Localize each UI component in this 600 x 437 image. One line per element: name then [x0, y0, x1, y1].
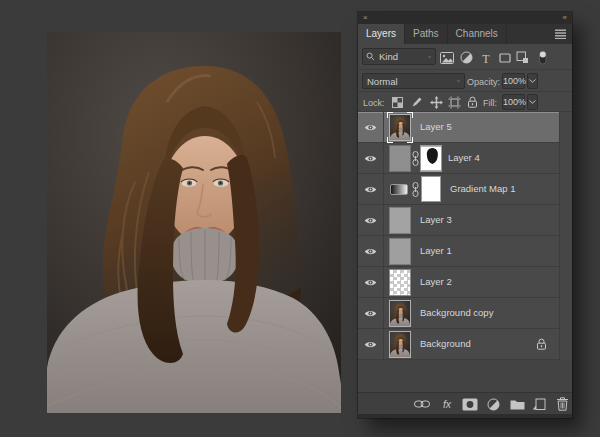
chevron-down-icon — [457, 79, 464, 83]
layer-thumbnail[interactable] — [389, 269, 411, 296]
layer-thumbnail[interactable] — [389, 331, 411, 358]
layer-row-layer-1[interactable]: Layer 1 — [358, 236, 560, 267]
chevron-down-icon — [529, 79, 536, 83]
add-layer-mask-icon — [462, 398, 478, 411]
layer-row-layer-2[interactable]: Layer 2 — [358, 267, 560, 298]
chevron-down-icon — [428, 55, 435, 59]
layer-thumbnail[interactable] — [389, 238, 411, 265]
layer-name[interactable]: Layer 4 — [448, 143, 480, 173]
shape-layer-filter-icon[interactable] — [497, 50, 512, 65]
filter-row: Kind T — [358, 44, 572, 70]
link-mask-icon[interactable] — [412, 151, 419, 166]
selected-thumbnail-frame — [387, 112, 413, 143]
adjustment-layer-filter-icon[interactable] — [459, 50, 474, 65]
link-layers-icon — [414, 399, 430, 409]
new-adjustment-layer-button[interactable] — [484, 396, 502, 412]
eye-icon — [364, 185, 377, 194]
fill-dropdown-button[interactable] — [527, 94, 538, 110]
eye-icon — [364, 123, 377, 132]
search-icon — [366, 52, 375, 61]
lock-label: Lock: — [363, 98, 385, 108]
close-icon[interactable]: × — [363, 12, 368, 24]
layer-name[interactable]: Layer 2 — [420, 267, 452, 297]
layer-style-fx-icon: fx — [443, 398, 451, 410]
panel-titlebar[interactable]: × « — [358, 12, 572, 24]
tab-channels[interactable]: Channels — [448, 24, 507, 44]
panel-tabbar: Layers Paths Channels — [358, 24, 572, 44]
filter-kind-dropdown[interactable]: Kind — [362, 48, 436, 65]
visibility-toggle[interactable] — [358, 236, 384, 266]
layer-mask-thumbnail[interactable] — [421, 176, 441, 202]
eye-icon — [364, 340, 377, 349]
type-layer-filter-icon[interactable]: T — [478, 50, 493, 65]
layer-name[interactable]: Background copy — [420, 298, 493, 328]
opacity-dropdown-button[interactable] — [527, 73, 538, 89]
blend-mode-dropdown[interactable]: Normal — [362, 73, 465, 89]
chevron-down-icon — [529, 100, 536, 104]
layer-name[interactable]: Gradient Map 1 — [450, 174, 515, 204]
delete-layer-icon — [556, 397, 569, 411]
new-layer-icon — [532, 397, 546, 411]
layer-row-layer-4[interactable]: Layer 4 — [358, 143, 560, 174]
layer-thumbnail[interactable] — [389, 300, 411, 327]
blend-row: Normal Opacity: 100% — [358, 70, 572, 92]
lock-all-icon[interactable] — [465, 95, 479, 109]
layer-row-gradient-map-1[interactable]: Gradient Map 1 — [358, 174, 560, 205]
fill-label: Fill: — [483, 98, 497, 108]
opacity-value[interactable]: 100% — [502, 73, 525, 89]
eye-icon — [364, 278, 377, 287]
panel-bottom-edge — [358, 414, 572, 418]
blend-mode-value: Normal — [363, 76, 457, 87]
new-group-button[interactable] — [508, 396, 526, 412]
layer-row-background-copy[interactable]: Background copy — [358, 298, 560, 329]
adjustment-layer-thumbnail[interactable] — [390, 184, 408, 195]
eye-icon — [364, 309, 377, 318]
visibility-toggle[interactable] — [358, 112, 384, 142]
filter-toggle-icon[interactable] — [535, 50, 550, 65]
panel-footer: fx — [358, 392, 572, 414]
lock-artboard-icon[interactable] — [447, 95, 461, 109]
fill-value[interactable]: 100% — [502, 94, 525, 110]
lock-transparency-icon[interactable] — [390, 95, 404, 109]
lock-pixels-icon[interactable] — [410, 95, 424, 109]
link-mask-icon[interactable] — [412, 182, 419, 197]
add-layer-mask-button[interactable] — [461, 396, 479, 412]
collapse-panel-icon[interactable]: « — [563, 12, 567, 24]
panel-menu-icon[interactable] — [555, 29, 566, 39]
canvas-area[interactable] — [47, 32, 341, 413]
layer-mask-thumbnail[interactable] — [420, 145, 442, 172]
layer-name[interactable]: Layer 3 — [420, 205, 452, 235]
layer-thumbnail[interactable] — [389, 145, 411, 172]
eye-icon — [364, 216, 377, 225]
layer-name[interactable]: Background — [420, 329, 471, 359]
svg-text:T: T — [482, 52, 490, 64]
visibility-toggle[interactable] — [358, 205, 384, 235]
layer-row-layer-5[interactable]: Layer 5 — [358, 112, 560, 143]
tab-layers[interactable]: Layers — [358, 24, 405, 44]
new-layer-button[interactable] — [530, 396, 548, 412]
layer-row-background[interactable]: Background — [358, 329, 560, 360]
visibility-toggle[interactable] — [358, 298, 384, 328]
visibility-toggle[interactable] — [358, 329, 384, 359]
layer-name[interactable]: Layer 1 — [420, 236, 452, 266]
layers-panel: × « Layers Paths Channels Kind — [358, 12, 572, 418]
photoshop-workspace: × « Layers Paths Channels Kind — [0, 0, 600, 437]
layer-row-layer-3[interactable]: Layer 3 — [358, 205, 560, 236]
layer-name[interactable]: Layer 5 — [420, 112, 452, 142]
portrait-photo — [47, 32, 341, 413]
visibility-toggle[interactable] — [358, 143, 384, 173]
adjustment-layer-icon — [487, 398, 500, 411]
layer-thumbnail[interactable] — [389, 207, 411, 234]
lock-position-icon[interactable] — [429, 95, 443, 109]
tab-paths[interactable]: Paths — [405, 24, 448, 44]
eye-icon — [364, 247, 377, 256]
smart-object-filter-icon[interactable] — [515, 50, 530, 65]
layer-style-button[interactable]: fx — [438, 396, 456, 412]
pixel-layer-filter-icon[interactable] — [439, 50, 454, 65]
lock-row: Lock: — [358, 92, 572, 112]
delete-layer-button[interactable] — [553, 396, 571, 412]
visibility-toggle[interactable] — [358, 267, 384, 297]
link-layers-button[interactable] — [413, 396, 431, 412]
visibility-toggle[interactable] — [358, 174, 384, 204]
layer-list-empty-area — [358, 360, 572, 392]
